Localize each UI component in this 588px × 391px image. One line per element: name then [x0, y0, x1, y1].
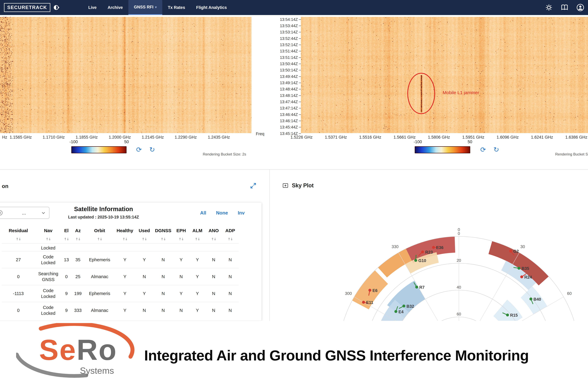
cell-orbit	[85, 243, 114, 251]
time-tick-label: 13:47:44Z	[280, 99, 298, 104]
column-header-eph[interactable]: EPH↑↓	[173, 224, 189, 243]
azimuth-label: 330	[392, 244, 398, 249]
cell-residual: 0	[2, 302, 35, 319]
cell-eph: N	[173, 302, 189, 319]
cell-residual: 0	[2, 268, 35, 285]
azimuth-label: 30	[520, 244, 525, 249]
link-none[interactable]: None	[216, 210, 228, 216]
nav-right-icons	[545, 0, 584, 15]
time-tick-label: 13:53:44Z	[280, 23, 298, 28]
time-tick-label: 13:51:14Z	[280, 55, 298, 60]
satellite-marker	[415, 286, 418, 289]
column-header-alm[interactable]: ALM↑↓	[189, 224, 205, 243]
cell-used: Y	[135, 251, 153, 268]
sort-icon: ↑↓	[3, 237, 34, 241]
cell-ano: N	[205, 251, 222, 268]
sort-icon: ↑↓	[174, 237, 188, 241]
table-row: Locked	[2, 243, 239, 251]
tick-mark	[299, 38, 301, 39]
clear-circle-icon[interactable]	[0, 210, 3, 216]
column-header-adp[interactable]: ADP↑↓	[222, 224, 239, 243]
column-label: Residual	[3, 228, 34, 233]
time-tick: 13:49:14Z	[280, 81, 301, 85]
tick-mark	[299, 108, 301, 108]
freq-tick: 1.5226 GHz	[291, 135, 312, 140]
refresh-icon-left[interactable]: ⟳	[134, 145, 144, 154]
time-tick: 13:46:44Z	[280, 112, 301, 117]
reset-icon-right[interactable]: ↻	[492, 145, 501, 154]
column-header-nav[interactable]: Nav↑↓	[35, 224, 62, 243]
column-header-az[interactable]: Az↑↓	[71, 224, 85, 243]
satellite-marker	[529, 297, 532, 300]
column-header-el[interactable]: El↑↓	[62, 224, 71, 243]
satellite-label: R23	[425, 250, 433, 255]
column-header-ano[interactable]: ANO↑↓	[205, 224, 222, 243]
cell-ano: N	[205, 302, 222, 319]
expand-icon[interactable]	[250, 182, 257, 189]
sort-icon: ↑↓	[63, 237, 70, 241]
nav-item-tx-rates[interactable]: Tx Rates	[162, 0, 191, 15]
brand-logo[interactable]: SECURETRACK	[4, 3, 60, 12]
satellite-marker	[506, 313, 509, 316]
nav-item-gnss-rfi[interactable]: GNSS RFI▾	[128, 0, 162, 15]
nav-item-archive[interactable]: Archive	[102, 0, 128, 15]
cell-nav: Code Locked	[35, 251, 62, 268]
link-inv[interactable]: Inv	[238, 210, 245, 216]
cell-el: 0	[62, 268, 71, 285]
column-header-orbit[interactable]: Orbit↑↓	[85, 224, 114, 243]
satellite-marker	[432, 246, 435, 249]
sero-systems-logo: SeRo Systems	[16, 323, 142, 388]
tick-mark	[299, 51, 301, 51]
time-tick: 13:48:14Z	[280, 93, 301, 98]
cell-dgnss: N	[153, 285, 173, 302]
cell-alm: Y	[189, 268, 205, 285]
refresh-icon-right[interactable]: ⟳	[479, 145, 488, 154]
banner-headline: Integrated Air and Ground GNSS Interfere…	[144, 347, 529, 364]
satellite-marker	[394, 310, 397, 313]
cell-used: N	[135, 302, 153, 319]
time-tick-label: 13:52:44Z	[280, 36, 298, 41]
column-header-dgnss[interactable]: DGNSS↑↓	[153, 224, 173, 243]
top-navigation: SECURETRACK LiveArchiveGNSS RFI▾Tx Rates…	[0, 0, 588, 15]
cell-adp: N	[222, 268, 239, 285]
time-tick: 13:52:44Z	[280, 36, 301, 41]
link-all[interactable]: All	[200, 210, 206, 216]
column-label: Az	[72, 228, 84, 233]
account-icon[interactable]	[576, 3, 584, 11]
reset-icon-left[interactable]: ↻	[148, 145, 157, 154]
column-label: El	[63, 228, 70, 233]
column-label: ADP	[223, 228, 238, 233]
satellite-label: G10	[418, 258, 426, 263]
logo-text-se: Se	[39, 333, 77, 366]
bucket-size-label-right: Rendering Bucket Size: 2s	[555, 152, 588, 156]
settings-gear-icon[interactable]	[545, 4, 553, 11]
table-row: 0Searching GNSS025AlmanacYNNNYNN	[2, 268, 239, 285]
cell-dgnss: N	[153, 302, 173, 319]
column-header-residual[interactable]: Residual↑↓	[2, 224, 35, 243]
tick-mark	[299, 76, 301, 77]
dropdown-value: ...	[7, 210, 41, 216]
column-header-used[interactable]: Used↑↓	[135, 224, 153, 243]
column-header-healthy[interactable]: Healthy↑↓	[114, 224, 135, 243]
cell-healthy: Y	[114, 251, 135, 268]
column-label: EPH	[174, 228, 188, 233]
bucket-size-label-left: Rendering Bucket Size: 2s	[169, 152, 246, 156]
cell-az: 35	[71, 251, 85, 268]
tick-mark	[299, 89, 301, 89]
satellite-label: R24	[524, 275, 532, 280]
cell-orbit: Almanac	[85, 268, 114, 285]
cell-alm	[189, 243, 205, 251]
time-tick-label: 13:53:14Z	[280, 30, 298, 34]
nav-item-flight-analytics[interactable]: Flight Analytics	[191, 0, 232, 15]
cell-healthy: Y	[114, 302, 135, 319]
freq-tick: 1.6241 GHz	[531, 135, 553, 140]
docs-book-icon[interactable]	[561, 4, 568, 11]
time-tick-label: 13:46:44Z	[280, 112, 298, 117]
nav-item-live[interactable]: Live	[83, 0, 102, 15]
filter-dropdown[interactable]: ...	[0, 207, 49, 219]
time-tick-label: 13:49:44Z	[280, 74, 298, 79]
time-tick-label: 13:51:44Z	[280, 49, 298, 54]
time-axis: 13:54:14Z13:53:44Z13:53:14Z13:52:44Z13:5…	[258, 17, 301, 133]
cell-ano: N	[205, 268, 222, 285]
freq-tick: 1.5516 GHz	[359, 135, 381, 140]
